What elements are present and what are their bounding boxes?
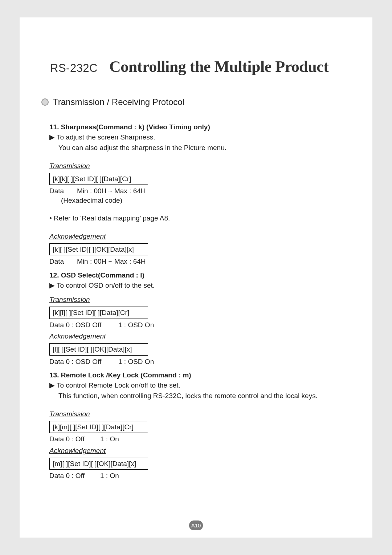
cmd12-ack-data-row: Data 0 : OSD Off 1 : OSD On: [49, 357, 348, 366]
command-13-block: 13. Remote Lock /Key Lock (Command : m) …: [49, 370, 348, 481]
cmd11-desc1-row: ▶ To adjust the screen Sharpness.: [49, 133, 348, 142]
cmd13-ack-data-col1: Data 0 : Off: [49, 471, 100, 481]
triangle-icon: ▶: [49, 133, 55, 142]
header-subtitle: RS-232C: [50, 62, 98, 75]
cmd11-trans-data-label: Data: [49, 186, 77, 196]
cmd11-ack-data-label: Data: [49, 257, 77, 266]
document-page: RS-232C Controlling the Multiple Product…: [20, 17, 372, 538]
command-12-block: 12. OSD Select(Command : l) ▶ To control…: [49, 271, 348, 366]
cmd12-trans-data-col1: Data 0 : OSD Off: [49, 320, 118, 330]
cmd11-desc1: To adjust the screen Sharpness.: [57, 133, 155, 142]
cmd11-trans-box: [k][k][ ][Set ID][ ][Data][Cr]: [49, 173, 148, 185]
triangle-icon: ▶: [49, 381, 55, 390]
page-number-badge: A10: [189, 520, 203, 530]
cmd11-trans-data-val: Min : 00H ~ Max : 64H: [77, 186, 146, 196]
cmd12-ack-data-col1: Data 0 : OSD Off: [49, 357, 118, 366]
cmd11-trans-data-row: Data Min : 00H ~ Max : 64H: [49, 186, 348, 196]
command-11-block: 11. Sharpness(Command : k) (Video Timing…: [49, 122, 348, 266]
cmd12-title: 12. OSD Select(Command : l): [49, 271, 348, 280]
cmd12-trans-data-col2: 1 : OSD On: [118, 320, 154, 330]
cmd13-desc1-row: ▶ To control Remote Lock on/off to the s…: [49, 381, 348, 390]
cmd13-trans-box: [k][m][ ][Set ID][ ][Data][Cr]: [49, 421, 148, 433]
cmd13-ack-box: [m][ ][Set ID][ ][OK][Data][x]: [49, 458, 148, 470]
cmd11-ack-box: [k][ ][Set ID][ ][OK][Data][x]: [49, 243, 148, 256]
page-header: RS-232C Controlling the Multiple Product: [50, 57, 348, 76]
content-body: 11. Sharpness(Command : k) (Video Timing…: [49, 122, 348, 481]
section-title: Transmission / Receiving Protocol: [53, 97, 184, 107]
cmd12-trans-data-row: Data 0 : OSD Off 1 : OSD On: [49, 320, 348, 330]
cmd11-trans-label: Transmission: [49, 161, 348, 171]
cmd13-ack-label: Acknowledgement: [49, 446, 348, 455]
cmd13-trans-label: Transmission: [49, 409, 348, 419]
cmd12-desc1: To control OSD on/off to the set.: [57, 281, 155, 290]
cmd13-desc2: This function, when controlling RS-232C,…: [58, 391, 348, 401]
cmd13-trans-data-col2: 1 : On: [100, 434, 119, 444]
cmd12-ack-data-col2: 1 : OSD On: [118, 357, 154, 366]
cmd12-trans-label: Transmission: [49, 295, 348, 304]
triangle-icon: ▶: [49, 281, 55, 290]
cmd13-trans-data-row: Data 0 : Off 1 : On: [49, 434, 348, 444]
cmd12-ack-label: Acknowledgement: [49, 332, 348, 341]
cmd11-ack-data-val: Min : 00H ~ Max : 64H: [77, 257, 146, 266]
cmd13-ack-data-row: Data 0 : Off 1 : On: [49, 471, 348, 481]
cmd12-trans-box: [k][l][ ][Set ID][ ][Data][Cr]: [49, 307, 148, 319]
cmd11-ack-label: Acknowledgement: [49, 232, 348, 241]
section-header: Transmission / Receiving Protocol: [41, 97, 348, 107]
cmd13-trans-data-col1: Data 0 : Off: [49, 434, 100, 444]
cmd11-ack-data-row: Data Min : 00H ~ Max : 64H: [49, 257, 348, 266]
cmd13-title: 13. Remote Lock /Key Lock (Command : m): [49, 370, 348, 380]
cmd11-desc2: You can also adjust the sharpness in the…: [58, 143, 348, 153]
header-title: Controlling the Multiple Product: [109, 57, 329, 76]
cmd12-ack-box: [l][ ][Set ID][ ][OK][Data][x]: [49, 343, 148, 356]
bullet-icon: [41, 98, 49, 106]
cmd13-desc1: To control Remote Lock on/off to the set…: [57, 381, 180, 390]
cmd12-desc1-row: ▶ To control OSD on/off to the set.: [49, 281, 348, 290]
cmd13-ack-data-col2: 1 : On: [100, 471, 119, 481]
cmd11-trans-data-note: (Hexadecimal code): [61, 196, 348, 205]
cmd11-title: 11. Sharpness(Command : k) (Video Timing…: [49, 122, 348, 132]
cmd11-refer: • Refer to ‘Real data mapping’ page A8.: [49, 214, 348, 223]
